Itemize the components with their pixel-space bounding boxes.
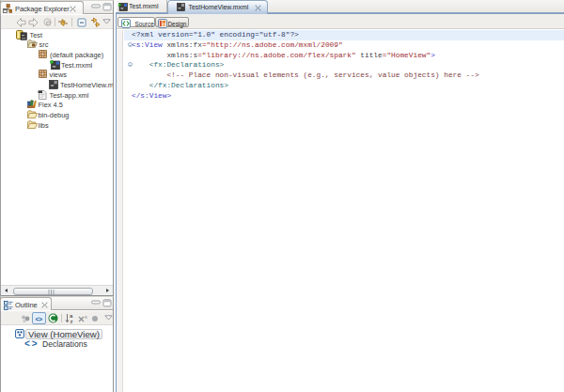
svg-text:s: s [85,314,87,320]
svg-text:z: z [70,319,73,324]
